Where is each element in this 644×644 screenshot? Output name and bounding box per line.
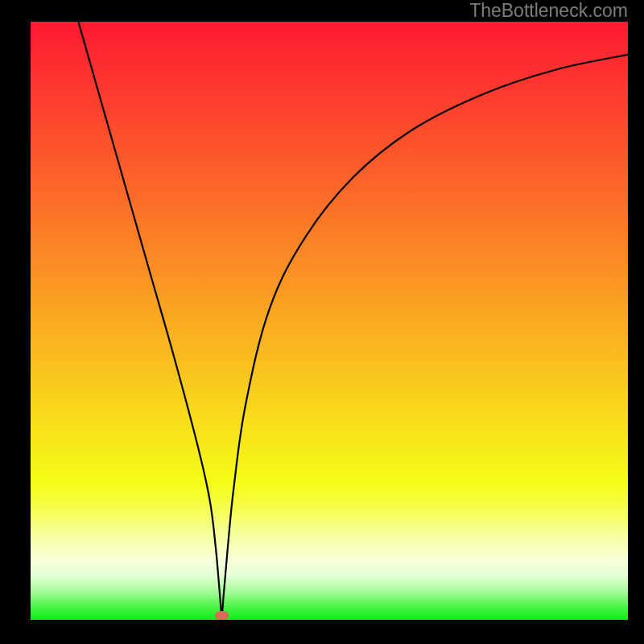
watermark-text: TheBottleneck.com <box>469 0 628 22</box>
chart-frame: TheBottleneck.com <box>0 0 644 644</box>
plot-area <box>31 22 628 620</box>
minimum-marker <box>215 611 229 620</box>
gradient-background <box>31 22 628 620</box>
